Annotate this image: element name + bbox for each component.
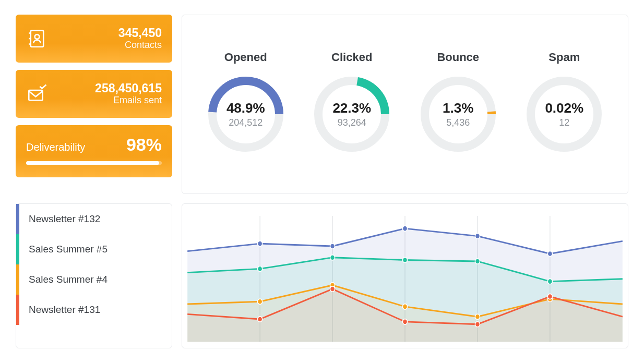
legend-label: Newsletter #131 — [29, 304, 100, 316]
chart-point — [402, 257, 407, 262]
chart-point — [402, 319, 407, 324]
contacts-card[interactable]: 345,450 Contacts — [16, 15, 172, 63]
gauge-count-clicked: 93,264 — [338, 117, 366, 128]
legend-label: Newsletter #132 — [29, 213, 100, 225]
contacts-value: 345,450 — [118, 27, 162, 40]
chart-point — [475, 233, 480, 238]
chart-point — [330, 244, 335, 249]
legend-item[interactable]: Sales Summer #4 — [16, 264, 172, 295]
chart-point — [475, 322, 480, 327]
chart-point — [547, 294, 552, 299]
gauge-percent-opened: 48.9% — [226, 100, 265, 116]
gauge-percent-spam: 0.02% — [545, 100, 583, 116]
contacts-icon — [26, 28, 48, 50]
gauge-donut-bounce: 1.3% 5,436 — [416, 72, 500, 156]
gauge-count-spam: 12 — [559, 117, 569, 128]
legend-swatch — [16, 234, 19, 264]
svg-rect-5 — [29, 90, 42, 100]
gauge-percent-clicked: 22.3% — [332, 100, 371, 116]
gauge-spam[interactable]: Spam 0.02% 12 — [522, 51, 606, 156]
chart-point — [258, 317, 263, 322]
legend-swatch — [16, 204, 19, 234]
deliverability-value: 98% — [126, 135, 162, 155]
metrics-panel: Opened 48.9% 204,512 Clicked 22.3% 93,26… — [182, 15, 628, 194]
chart-point — [402, 304, 407, 309]
deliverability-bar-fill — [26, 161, 159, 165]
campaign-legend: Newsletter #132 Sales Summer #5 Sales Su… — [16, 203, 172, 348]
gauge-title-opened: Opened — [224, 51, 267, 64]
gauge-donut-opened: 48.9% 204,512 — [204, 72, 288, 156]
contacts-label: Contacts — [118, 40, 162, 51]
legend-label: Sales Summer #5 — [29, 244, 108, 255]
gauge-title-clicked: Clicked — [331, 51, 372, 64]
gauge-clicked[interactable]: Clicked 22.3% 93,264 — [310, 51, 393, 156]
legend-label: Sales Summer #4 — [29, 274, 108, 285]
legend-item[interactable]: Newsletter #132 — [16, 204, 172, 234]
legend-item[interactable]: Sales Summer #5 — [16, 234, 172, 264]
emails-value: 258,450,615 — [95, 82, 162, 95]
chart-point — [258, 266, 263, 271]
emails-sent-card[interactable]: 258,450,615 Emails sent — [16, 70, 172, 118]
gauge-bounce[interactable]: Bounce 1.3% 5,436 — [416, 51, 500, 156]
chart-point — [402, 226, 407, 231]
trend-chart — [182, 203, 628, 348]
mail-sent-icon — [26, 83, 48, 105]
legend-item[interactable]: Newsletter #131 — [16, 295, 172, 325]
gauge-title-spam: Spam — [548, 51, 580, 64]
gauge-donut-clicked: 22.3% 93,264 — [310, 72, 393, 156]
summary-cards: 345,450 Contacts 258,450,615 Emails sent… — [16, 15, 172, 194]
legend-swatch — [16, 264, 19, 295]
gauge-count-opened: 204,512 — [229, 117, 263, 128]
gauge-title-bounce: Bounce — [437, 51, 479, 64]
gauge-opened[interactable]: Opened 48.9% 204,512 — [204, 51, 288, 156]
chart-point — [547, 279, 552, 284]
chart-point — [330, 286, 335, 292]
emails-label: Emails sent — [95, 95, 162, 106]
deliverability-label: Deliverability — [26, 141, 85, 153]
gauge-donut-spam: 0.02% 12 — [522, 72, 606, 156]
chart-point — [258, 241, 263, 246]
gauge-count-bounce: 5,436 — [446, 117, 470, 128]
chart-point — [330, 255, 335, 260]
deliverability-card[interactable]: Deliverability 98% — [16, 125, 172, 177]
svg-point-1 — [35, 34, 40, 39]
chart-point — [547, 251, 552, 256]
deliverability-bar — [26, 161, 162, 165]
chart-point — [258, 299, 263, 304]
chart-point — [475, 314, 480, 319]
chart-point — [475, 259, 480, 264]
legend-swatch — [16, 295, 19, 325]
gauge-percent-bounce: 1.3% — [443, 100, 473, 116]
